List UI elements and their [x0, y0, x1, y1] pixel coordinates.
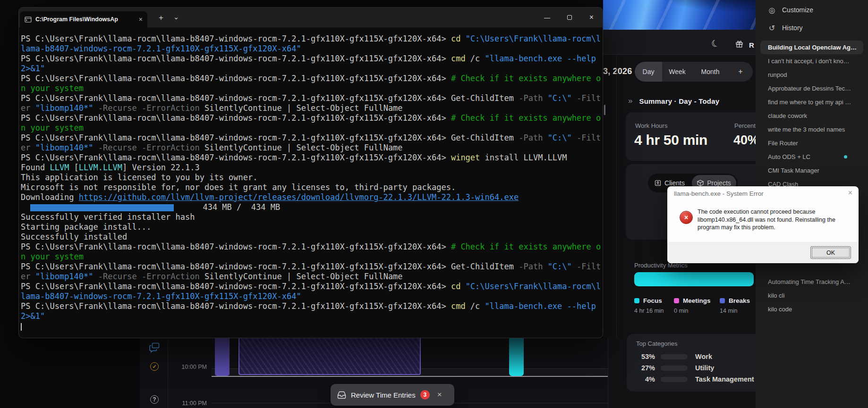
terminal-line: PS C:\Users\Frank\llama-rocm\llama-b8407… [21, 301, 600, 311]
add-view-button[interactable]: + [728, 62, 753, 82]
terminal-line: Starting package install... [21, 222, 600, 232]
review-time-entries-toast[interactable]: Review Time Entries 3 × [331, 384, 454, 406]
work-hours-card: Work Hours 4 hr 50 min Percent 40% [626, 112, 763, 161]
history-item-label: runpod [768, 71, 787, 78]
maximize-icon [567, 15, 572, 20]
tab-month[interactable]: Month [692, 62, 728, 82]
scrollbar-thumb[interactable] [604, 105, 605, 115]
terminal-line: Found LLVM [LLVM.LLVM] Version 22.1.3 [21, 163, 600, 173]
history-item-label: Auto ODS + LC [768, 153, 810, 160]
terminal-line: PS C:\Users\Frank\llama-rocm\llama-b8407… [21, 74, 600, 83]
history-item[interactable]: Auto ODS + LC [760, 150, 863, 164]
customize-button[interactable]: ◎ Customize [756, 2, 868, 18]
unread-dot [844, 155, 847, 158]
close-button[interactable]: × [580, 8, 603, 27]
category-name: Utility [695, 364, 714, 372]
new-tab-button[interactable]: + [154, 12, 168, 24]
toast-close-icon[interactable]: × [437, 390, 442, 400]
legend-item-breaks: Breaks14 min [720, 297, 750, 314]
tab-clients[interactable]: Clients [648, 179, 691, 187]
terminal-line: PS C:\Users\Frank\llama-rocm\llama-b8407… [21, 153, 600, 163]
id-card-icon [655, 180, 661, 186]
terminal-line: n your system [21, 252, 600, 262]
top-categories-rows: 53%Work27%Utility4%Task Management [632, 351, 759, 385]
terminal-line: PS C:\Users\Frank\llama-rocm\llama-b8407… [21, 54, 600, 64]
dialog-close-icon[interactable]: × [848, 189, 852, 197]
terminal-line [21, 321, 600, 331]
history-item[interactable]: claude cowork [760, 109, 863, 123]
history-item[interactable]: Building Local Openclaw Ag… [760, 41, 863, 54]
terminal-line: PS C:\Users\Frank\llama-rocm\llama-b8407… [21, 282, 600, 291]
tab-day[interactable]: Day [635, 62, 662, 82]
terminal-line: PS C:\Users\Frank\llama-rocm\llama-b8407… [21, 113, 600, 123]
minimize-button[interactable]: — [536, 8, 558, 27]
error-icon: × [680, 211, 693, 224]
history-item-label: Building Local Openclaw Ag… [768, 44, 857, 51]
terminal-line: er "libomp140*" -Recurse -ErrorAction Si… [21, 143, 600, 153]
terminal-line: er "libomp140*" -Recurse -ErrorAction Si… [21, 103, 600, 113]
ok-button[interactable]: OK [810, 246, 851, 259]
account-label[interactable]: R [749, 41, 754, 49]
tab-dropdown-icon[interactable]: ⌄ [170, 11, 182, 23]
terminal-body[interactable]: PS C:\Users\Frank\llama-rocm\llama-b8407… [19, 27, 603, 338]
history-item[interactable]: write me the 3 model names [760, 123, 863, 136]
category-bar-track [661, 354, 688, 359]
help-icon[interactable]: ? [150, 395, 159, 404]
terminal-line: PS C:\Users\Frank\llama-rocm\llama-b8407… [21, 133, 600, 143]
terminal-line: PS C:\Users\Frank\llama-rocm\llama-b8407… [21, 242, 600, 252]
history-item-label: kilo cli [768, 292, 784, 299]
cube-icon [697, 180, 704, 186]
history-item-label: I can't hit accept, i don't kno… [768, 58, 850, 65]
view-switcher: Day Week Month + [635, 62, 753, 82]
category-row: 4%Task Management [632, 374, 759, 385]
history-item-label: find me where to get my api … [768, 99, 851, 106]
history-item[interactable]: File Router [760, 136, 863, 150]
history-button[interactable]: ↺ History [756, 20, 868, 36]
category-percent: 27% [632, 364, 655, 372]
screen: ☾ R 3, 2026 Day Week Month + » Summary ·… [0, 0, 868, 408]
terminal-cursor [21, 323, 22, 331]
terminal-line: 2>&1" [21, 64, 600, 74]
category-percent: 53% [632, 353, 655, 360]
category-row: 53%Work [632, 351, 759, 362]
history-item[interactable]: kilo code [760, 302, 863, 316]
customize-icon: ◎ [768, 6, 776, 15]
tab-clients-label: Clients [664, 179, 685, 187]
terminal-titlebar[interactable]: C:\Program Files\WindowsAp × + ⌄ — × [19, 8, 603, 27]
terminal-window: C:\Program Files\WindowsAp × + ⌄ — × PS … [18, 7, 603, 338]
top-categories-label: Top Categories [636, 340, 677, 347]
legend-time: 4 hr 16 min [634, 308, 664, 314]
history-item[interactable]: I can't hit accept, i don't kno… [760, 54, 863, 68]
history-item-label: CMI Task Manager [768, 167, 819, 174]
top-categories-card: Top Categories 53%Work27%Utility4%Task M… [627, 334, 764, 391]
windows-wallpaper [603, 0, 756, 30]
toast-label: Review Time Entries [351, 391, 416, 399]
history-item[interactable]: Automating Time Tracking A… [760, 275, 863, 289]
check-circle-icon[interactable]: ✓ [150, 362, 159, 371]
history-item[interactable]: CMI Task Manager [760, 164, 863, 177]
icon-rail-divider [168, 338, 168, 408]
maximize-button[interactable] [558, 8, 580, 27]
terminal-line: Downloading https://github.com/llvm/llvm… [21, 192, 600, 202]
chat-icon[interactable] [149, 342, 161, 353]
legend-swatch [720, 298, 725, 303]
terminal-line: er "libomp140*" -Recurse -ErrorAction Si… [21, 272, 600, 282]
history-item[interactable]: find me where to get my api … [760, 95, 863, 109]
gift-icon[interactable] [735, 40, 743, 48]
tab-close-icon[interactable]: × [139, 16, 143, 23]
history-item-label: Approbateur de Dessins Tec… [768, 85, 851, 92]
expand-chevrons-icon[interactable]: » [628, 96, 632, 106]
history-item[interactable]: Approbateur de Dessins Tec… [760, 82, 863, 95]
legend-name: Meetings [683, 297, 711, 304]
category-name: Task Management [695, 375, 754, 383]
terminal-line: Successfully verified installer hash [21, 212, 600, 222]
history-item[interactable]: kilo cli [760, 289, 863, 302]
history-icon: ↺ [768, 24, 776, 33]
history-item[interactable]: runpod [760, 68, 863, 82]
tab-week[interactable]: Week [662, 62, 692, 82]
terminal-tab[interactable]: C:\Program Files\WindowsAp × [20, 11, 147, 27]
summary-header: » Summary · Day - Today [628, 96, 719, 106]
productivity-progress-bar [634, 272, 754, 286]
panel-divider [616, 55, 617, 338]
summary-title: Summary · Day - Today [639, 97, 719, 105]
